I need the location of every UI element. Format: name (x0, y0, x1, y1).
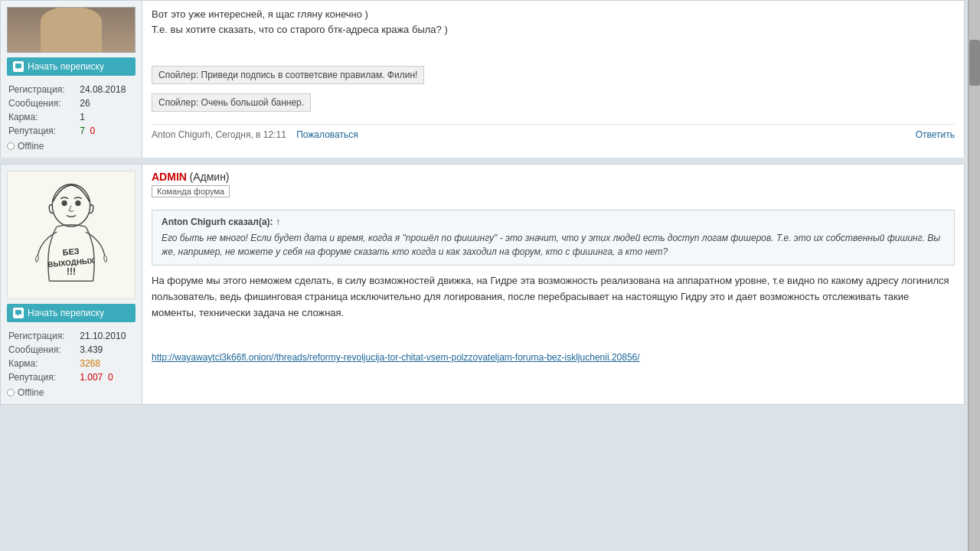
post-1-sidebar: Начать переписку Регистрация: 24.08.2018… (1, 1, 142, 158)
rep-minus-2: 0 (108, 372, 113, 383)
karma-label-1: Карма: (8, 111, 78, 123)
post-1-text: Вот это уже интересней, я щас гляну коне… (152, 7, 955, 37)
svg-marker-10 (17, 315, 18, 316)
svg-point-4 (62, 201, 67, 206)
scrollbar[interactable] (968, 0, 980, 551)
chat-icon-1 (13, 61, 24, 72)
reg-value-1: 24.08.2018 (80, 83, 134, 96)
post-2-url-link[interactable]: http://wayawaytcl3k66fl.onion//threads/r… (152, 352, 640, 363)
separator (0, 158, 965, 164)
post-2-body: ADMIN (Админ) Команда форума Anton Chigu… (142, 165, 964, 404)
post-2-header: ADMIN (Админ) Команда форума (152, 171, 955, 204)
post-1-line2: Т.е. вы хотите сказать, что со старого б… (152, 22, 955, 37)
rep-plus-1: 7 (80, 126, 85, 136)
post-1: Начать переписку Регистрация: 24.08.2018… (0, 0, 965, 158)
post-1-body: Вот это уже интересней, я щас гляну коне… (142, 1, 964, 158)
post-1-line1: Вот это уже интересней, я щас гляну коне… (152, 7, 955, 22)
team-badge: Команда форума (152, 185, 230, 197)
reg-value-2: 21.10.2010 (80, 330, 134, 342)
svg-rect-2 (8, 171, 135, 298)
offline-circle-2 (7, 389, 15, 396)
offline-circle-1 (7, 142, 15, 150)
main-content: Начать переписку Регистрация: 24.08.2018… (0, 0, 965, 411)
spoiler-2[interactable]: Спойлер: Очень большой баннер. (152, 93, 311, 112)
scrollbar-thumb[interactable] (969, 40, 980, 86)
karma-value-2: 3268 (80, 357, 134, 370)
offline-row-1: Offline (7, 141, 136, 152)
karma-value-1: 1 (80, 111, 134, 123)
offline-label-2: Offline (18, 387, 44, 398)
svg-marker-1 (17, 68, 18, 70)
page-wrapper: Начать переписку Регистрация: 24.08.2018… (0, 0, 980, 411)
reply-button-1[interactable]: Ответить (916, 129, 955, 140)
karma-label-2: Карма: (8, 357, 78, 370)
quote-author: Anton Chigurh сказал(а): ↑ (162, 217, 945, 227)
offline-row-2: Offline (7, 387, 136, 398)
messages-value-1: 26 (80, 97, 134, 109)
post-2-sidebar: БЕЗ ВЫХОДНЫХ !!! Начать переписку Регист… (1, 165, 142, 404)
post-1-date: Сегодня, в 12:11 (215, 129, 286, 140)
user-info-1: Регистрация: 24.08.2018 Сообщения: 26 Ка… (7, 82, 136, 139)
rep-value-2: 1.007 0 (80, 371, 134, 383)
rep-plus-2: 1.007 (80, 372, 103, 383)
reg-label-2: Регистрация: (8, 330, 78, 342)
admin-role: (Админ) (190, 171, 230, 183)
spoiler-1[interactable]: Спойлер: Приведи подпись в соответсвие п… (152, 66, 424, 84)
messages-label-2: Сообщения: (8, 344, 78, 356)
start-pm-label-2: Начать переписку (28, 308, 104, 318)
svg-text:!!!: !!! (67, 266, 76, 277)
karma-num-2: 3268 (80, 358, 100, 369)
start-pm-button-2[interactable]: Начать переписку (7, 304, 136, 322)
post-1-author: Anton Chigurh, (152, 129, 213, 140)
svg-rect-9 (15, 310, 21, 315)
post-2-main-text: На форуме мы этого неможем сделать, в си… (152, 273, 955, 321)
svg-text:БЕЗ: БЕЗ (62, 246, 80, 257)
post-1-footer: Anton Chigurh, Сегодня, в 12:11 Пожалова… (152, 124, 955, 140)
complaint-link-1[interactable]: Пожаловаться (296, 129, 358, 140)
start-pm-label-1: Начать переписку (28, 61, 104, 72)
reg-label-1: Регистрация: (8, 83, 78, 96)
post-2-url-section: http://wayawaytcl3k66fl.onion//threads/r… (152, 351, 955, 363)
messages-value-2: 3.439 (80, 344, 134, 356)
quote-content: Его быть не много! Если будет дата и вре… (162, 231, 945, 259)
post-2: БЕЗ ВЫХОДНЫХ !!! Начать переписку Регист… (0, 164, 965, 405)
svg-point-5 (76, 201, 80, 206)
svg-rect-0 (15, 64, 21, 68)
offline-label-1: Offline (18, 141, 44, 152)
rep-value-1: 7 0 (80, 125, 134, 137)
user-info-2: Регистрация: 21.10.2010 Сообщения: 3.439… (7, 328, 136, 385)
chat-icon-2 (13, 308, 24, 318)
rep-minus-1: 0 (90, 126, 96, 136)
rep-label-2: Репутация: (8, 371, 78, 383)
post-1-meta: Anton Chigurh, Сегодня, в 12:11 Пожалова… (152, 129, 358, 140)
start-pm-button-1[interactable]: Начать переписку (7, 57, 136, 76)
post-2-avatar: БЕЗ ВЫХОДНЫХ !!! (7, 171, 136, 299)
admin-username: ADMIN (152, 171, 187, 183)
post-1-avatar (7, 7, 136, 53)
messages-label-1: Сообщения: (8, 97, 78, 109)
rep-label-1: Репутация: (8, 125, 78, 137)
quote-box: Anton Chigurh сказал(а): ↑ Его быть не м… (152, 210, 955, 266)
